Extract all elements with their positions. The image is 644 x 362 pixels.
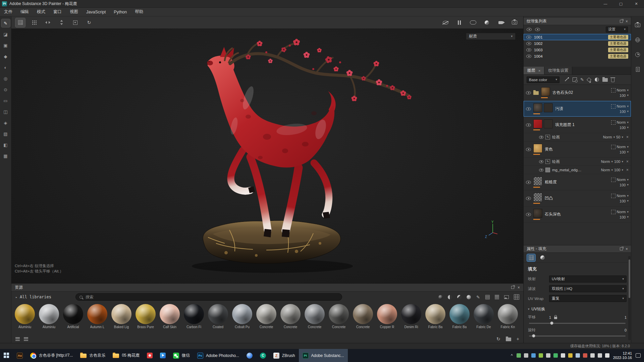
fill-properties-tab[interactable] — [527, 254, 535, 261]
taskbar-substance-painter[interactable]: PtAdobe Substanc... — [299, 349, 348, 362]
tab-texture-set-settings[interactable]: 纹理集设置 — [544, 67, 572, 74]
layer-effect-row[interactable]: ✎绘画Norm▾50▾× — [524, 133, 631, 141]
layer-row[interactable]: 石头深色Norm▾100▾ — [524, 206, 631, 223]
taskbar-chrome[interactable]: 古色谷香 [http://7... — [26, 349, 76, 362]
isolate-visibility-icon[interactable] — [535, 28, 540, 31]
translate-y-value[interactable]: 1 — [625, 315, 627, 319]
filter-textures-icon[interactable] — [494, 294, 500, 300]
material-item[interactable]: Fabric Ba — [449, 304, 470, 329]
blend-mode[interactable]: Norm — [617, 104, 626, 108]
projection-tool[interactable]: ▣ — [1, 41, 10, 49]
properties-scrollbar[interactable] — [628, 256, 631, 340]
menu-edit[interactable]: 编辑 — [16, 8, 33, 16]
taskbar-photoshop[interactable]: PsAdobe Photosho... — [194, 349, 243, 362]
visibility-icon[interactable] — [539, 136, 543, 139]
layer-row[interactable]: 黄色Norm▾100▾ — [524, 141, 631, 158]
material-item[interactable]: Aluminiu — [38, 304, 60, 329]
texture-set-row[interactable]: 1004主要着色器 — [524, 53, 631, 59]
symmetry-button[interactable] — [43, 18, 53, 27]
material-item[interactable]: Baked Lig — [111, 304, 132, 329]
visibility-icon[interactable] — [526, 181, 531, 184]
visibility-icon[interactable] — [526, 197, 531, 200]
tray-network-icon[interactable] — [590, 353, 595, 358]
layer-effect-row[interactable]: ✎绘画Norm▾100▾× — [524, 158, 631, 166]
pause-engine-button[interactable] — [454, 18, 464, 27]
translate-x-value[interactable]: 1 — [549, 315, 551, 319]
visibility-icon[interactable] — [539, 169, 543, 172]
material-item[interactable]: Aluminiu — [14, 304, 36, 329]
taskbar-folder-music[interactable]: 古色音乐 — [76, 349, 109, 362]
filtering-select[interactable]: 双线性 | HQ▾ — [549, 285, 627, 292]
uv-transform-header[interactable]: ▾ UV转换 — [524, 303, 631, 313]
blend-mode[interactable]: Norm — [617, 210, 626, 214]
blend-mode[interactable]: Norm — [617, 88, 626, 92]
filter-brushes-icon[interactable]: ✎ — [475, 294, 481, 300]
mirror-vertical-button[interactable] — [57, 18, 66, 27]
undock-panel-icon[interactable] — [511, 286, 514, 289]
opacity-value[interactable]: 100 — [620, 150, 626, 154]
tray-wechat-icon[interactable] — [553, 353, 558, 358]
bake-tool[interactable]: ▦ — [1, 152, 10, 160]
detail-view-icon[interactable] — [24, 337, 28, 341]
reset-rotation-button[interactable]: ↻ — [84, 18, 94, 27]
tray-sound-icon[interactable] — [546, 353, 550, 358]
visibility-icon[interactable] — [526, 213, 531, 216]
menu-mode[interactable]: 模式 — [33, 8, 49, 16]
taskbar-camtasia[interactable]: C — [256, 349, 270, 362]
slider-handle[interactable] — [532, 334, 535, 338]
menu-view[interactable]: 视图 — [66, 8, 82, 16]
material-item[interactable]: Artificial — [62, 304, 84, 329]
rotation-slider[interactable] — [529, 336, 626, 337]
visibility-icon[interactable] — [526, 148, 531, 151]
layer-row[interactable]: 粗糙度Norm▾100▾ — [524, 174, 631, 190]
material-item[interactable]: Carbon Fi — [183, 304, 205, 329]
filter-smart-materials-icon[interactable] — [447, 294, 453, 300]
menu-help[interactable]: 帮助 — [131, 8, 147, 16]
smudge-tool[interactable]: ◐ — [1, 63, 10, 71]
rotation-value[interactable]: 0 — [625, 328, 627, 332]
texture-set-row[interactable]: 1003主要着色器 — [524, 47, 631, 53]
remove-effect-icon[interactable]: × — [626, 159, 629, 164]
blend-mode[interactable]: Norm — [617, 120, 626, 124]
tab-layers[interactable]: 图层 × — [524, 67, 544, 74]
layer-effect-row[interactable]: mg_metal_edg…Norm▾100▾× — [524, 166, 631, 174]
uv-view-tool[interactable]: ◈ — [1, 119, 10, 127]
frame-selection-button[interactable] — [70, 18, 80, 27]
layer-row[interactable]: 填充图层 1Norm▾100▾ — [524, 117, 631, 133]
visibility-icon[interactable] — [526, 55, 531, 58]
close-panel-icon[interactable]: × — [626, 19, 628, 24]
material-view-tool[interactable]: ◧ — [1, 141, 10, 149]
opacity-value[interactable]: 50 — [616, 135, 620, 139]
tile-pattern-button[interactable] — [29, 18, 39, 27]
tray-update-icon[interactable] — [583, 353, 587, 358]
camera-animation-button[interactable] — [496, 18, 505, 27]
material-preview-tab[interactable] — [538, 254, 547, 261]
translate-slider[interactable] — [529, 323, 626, 324]
blend-mode[interactable]: Norm — [601, 168, 610, 172]
blend-mode[interactable]: Norm — [617, 178, 626, 182]
taskbar-clock[interactable]: 12:41 2022-10-16 — [613, 351, 632, 360]
texture-set-row[interactable]: 1001主要着色器 — [524, 34, 631, 40]
material-item[interactable]: Fabric De — [473, 304, 494, 329]
tray-cloud-icon[interactable] — [576, 353, 580, 358]
render-mode-button[interactable] — [482, 18, 492, 27]
material-item[interactable]: Autumn L — [87, 304, 108, 329]
visibility-icon[interactable] — [526, 123, 531, 127]
undock-panel-icon[interactable] — [620, 20, 623, 23]
search-box[interactable] — [75, 293, 342, 301]
screenshot-button[interactable] — [509, 18, 519, 27]
menu-window[interactable]: 窗口 — [49, 8, 66, 16]
grid-snap-button[interactable] — [15, 18, 25, 27]
display-settings-button[interactable] — [468, 18, 478, 27]
hide-ui-button[interactable] — [441, 18, 450, 27]
smart-material-icon[interactable] — [595, 77, 599, 82]
close-button[interactable]: ✕ — [629, 0, 644, 7]
texture-set-row[interactable]: 1002主要着色器 — [524, 40, 631, 47]
layer-row[interactable]: 古色石头02Norm▾100▾ — [524, 85, 631, 101]
visibility-icon[interactable] — [526, 91, 531, 95]
blend-mode[interactable]: Norm — [617, 194, 626, 198]
history-icon[interactable] — [633, 51, 642, 59]
undock-panel-icon[interactable] — [620, 247, 623, 250]
material-item[interactable]: Concrete — [256, 304, 277, 329]
effects-wand-icon[interactable] — [564, 77, 569, 82]
